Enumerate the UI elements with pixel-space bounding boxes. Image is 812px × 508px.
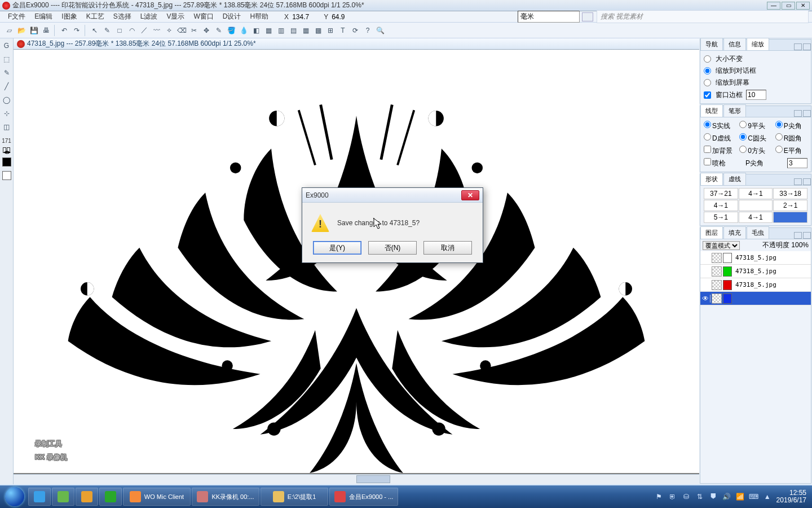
crop-tool[interactable]: ◫ bbox=[2, 122, 12, 132]
tray-lang-icon[interactable]: ▲ bbox=[763, 492, 772, 501]
tab-worm[interactable]: 毛虫 bbox=[747, 226, 769, 239]
tab-info[interactable]: 信息 bbox=[723, 38, 746, 50]
line-opt[interactable] bbox=[775, 121, 783, 128]
no-button[interactable]: 否(N) bbox=[368, 241, 417, 255]
shape-cell[interactable]: 4→1 bbox=[739, 188, 773, 199]
close-button[interactable]: ✕ bbox=[796, 2, 810, 10]
fill-icon[interactable]: 🪣 bbox=[226, 25, 237, 36]
marquee-tool[interactable]: ⬚ bbox=[2, 54, 12, 64]
tray-wifi-icon[interactable]: 📶 bbox=[736, 492, 745, 501]
g-tool[interactable]: G bbox=[2, 41, 12, 51]
print-icon[interactable]: 🖶 bbox=[41, 25, 52, 36]
shape-cell[interactable]: 2→1 bbox=[773, 200, 807, 211]
crop-icon[interactable]: ✂ bbox=[188, 25, 200, 36]
dialog-close-button[interactable]: ✕ bbox=[461, 190, 479, 200]
menu-H帮助[interactable]: H帮助 bbox=[245, 11, 273, 21]
lasso-icon[interactable]: ◠ bbox=[126, 25, 138, 36]
layer-color-chip[interactable] bbox=[723, 266, 732, 277]
eraser-icon[interactable]: ⌫ bbox=[176, 25, 187, 36]
save-icon[interactable]: 💾 bbox=[28, 25, 39, 36]
visibility-icon[interactable]: 👁 bbox=[700, 295, 710, 303]
shape-cell[interactable]: 33→18 bbox=[773, 188, 807, 199]
sharp-val[interactable] bbox=[787, 158, 807, 168]
check-border[interactable] bbox=[704, 91, 711, 99]
pointer-icon[interactable]: ↖ bbox=[89, 25, 100, 36]
line-opt[interactable] bbox=[739, 121, 747, 128]
shape2-icon[interactable]: ▦ bbox=[263, 25, 274, 36]
layer-row[interactable]: 47318_5.jpg bbox=[700, 251, 811, 265]
text-icon[interactable]: T bbox=[337, 25, 348, 36]
layer-color-chip[interactable] bbox=[723, 280, 732, 290]
layer-row[interactable]: 47318_5.jpg bbox=[700, 278, 811, 292]
taskbar-app[interactable]: KK录像机 00:... bbox=[192, 488, 259, 506]
line-opt[interactable] bbox=[739, 146, 747, 153]
menu-F文件[interactable]: F文件 bbox=[3, 11, 30, 21]
tray-shield-icon[interactable]: ⛊ bbox=[709, 492, 718, 501]
bg-swatch[interactable] bbox=[2, 171, 11, 180]
layer-row[interactable]: 47318_5.jpg bbox=[700, 265, 811, 278]
radio-to-dialog[interactable] bbox=[704, 67, 711, 75]
shape-cell[interactable] bbox=[739, 200, 773, 211]
start-button[interactable] bbox=[2, 487, 27, 507]
tray-flag-icon[interactable]: ⚑ bbox=[655, 492, 664, 501]
shape3-icon[interactable]: ▥ bbox=[275, 25, 286, 36]
grid3-icon[interactable]: ▩ bbox=[312, 25, 324, 36]
panel-min-icon[interactable] bbox=[794, 43, 802, 50]
shape-cell[interactable]: 5→1 bbox=[704, 212, 738, 223]
tab-shape[interactable]: 形状 bbox=[700, 173, 723, 185]
border-value[interactable] bbox=[746, 90, 766, 100]
taskbar-app[interactable]: E:\2\提取1 bbox=[261, 488, 328, 506]
menu-W窗口[interactable]: W窗口 bbox=[189, 11, 218, 21]
unit-button[interactable] bbox=[582, 12, 593, 21]
dialog-titlebar[interactable]: Ex9000 ✕ bbox=[302, 188, 483, 203]
taskbar-app[interactable] bbox=[99, 488, 122, 506]
layer-color-chip[interactable] bbox=[723, 253, 732, 263]
clock[interactable]: 12:55 2019/6/17 bbox=[776, 489, 806, 504]
line-opt[interactable] bbox=[704, 133, 711, 141]
menu-S选择[interactable]: S选择 bbox=[109, 11, 136, 21]
grid4-icon[interactable]: ⊞ bbox=[325, 25, 336, 36]
taskbar-app[interactable] bbox=[76, 488, 98, 506]
menu-K工艺[interactable]: K工艺 bbox=[82, 11, 109, 21]
move-icon[interactable]: ✥ bbox=[201, 25, 212, 36]
fg-swatch[interactable] bbox=[2, 157, 11, 167]
menu-I图象[interactable]: I图象 bbox=[57, 11, 81, 21]
menu-L滤波[interactable]: L滤波 bbox=[136, 11, 162, 21]
line-tool[interactable]: ╱ bbox=[2, 81, 12, 91]
tab-linetype[interactable]: 线型 bbox=[700, 104, 723, 117]
open-icon[interactable]: 📂 bbox=[16, 25, 27, 36]
help-icon[interactable]: ? bbox=[362, 25, 373, 36]
line-opt[interactable] bbox=[775, 146, 783, 153]
tab-zoom[interactable]: 缩放 bbox=[747, 38, 769, 50]
grid1-icon[interactable]: ▤ bbox=[288, 25, 299, 36]
new-icon[interactable]: ▱ bbox=[3, 25, 15, 36]
maximize-button[interactable]: ▭ bbox=[782, 2, 795, 10]
tab-fill[interactable]: 填充 bbox=[723, 226, 746, 239]
line-opt[interactable] bbox=[704, 121, 711, 128]
wand-icon[interactable]: ✧ bbox=[164, 25, 175, 36]
radio-to-screen[interactable] bbox=[704, 79, 711, 86]
shape-cell[interactable]: 37→21 bbox=[704, 188, 738, 199]
shape-cell[interactable]: 4→1 bbox=[739, 212, 773, 223]
line-opt[interactable] bbox=[739, 133, 747, 141]
layer-row[interactable]: 👁 bbox=[700, 292, 811, 305]
curve-icon[interactable]: 〰 bbox=[151, 25, 162, 36]
blend-mode-select[interactable]: 覆盖模式 bbox=[703, 241, 740, 250]
layer-color-chip[interactable] bbox=[723, 294, 732, 304]
search-input[interactable]: 搜索 视觉素材 bbox=[597, 10, 809, 23]
lasso-tool[interactable]: ◯ bbox=[2, 95, 12, 105]
tab-nav[interactable]: 导航 bbox=[700, 38, 723, 50]
tab-layers[interactable]: 图层 bbox=[700, 226, 723, 239]
shape-cell[interactable]: 4→1 bbox=[704, 200, 738, 211]
picker-icon[interactable]: ✎ bbox=[213, 25, 224, 36]
menu-E编辑[interactable]: E编辑 bbox=[30, 11, 57, 21]
tray-batt-icon[interactable]: ⌨ bbox=[749, 492, 758, 501]
zoom-icon[interactable]: 🔍 bbox=[374, 25, 386, 36]
grid2-icon[interactable]: ▦ bbox=[300, 25, 311, 36]
redo-icon[interactable]: ↷ bbox=[71, 25, 82, 36]
tray-usb-icon[interactable]: ⇅ bbox=[695, 492, 704, 501]
menu-V显示[interactable]: V显示 bbox=[162, 11, 189, 21]
rotate-icon[interactable]: ⟳ bbox=[350, 25, 361, 36]
taskbar-app[interactable]: WO Mic Client bbox=[123, 488, 191, 506]
line-opt[interactable] bbox=[704, 146, 711, 153]
